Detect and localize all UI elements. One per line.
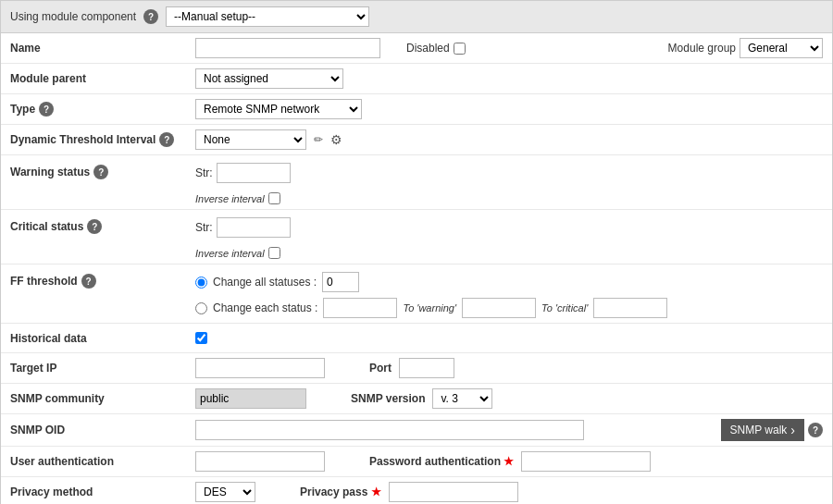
disabled-label: Disabled — [406, 42, 450, 55]
snmp-version-select[interactable]: v. 3 — [432, 388, 492, 409]
type-row: Type ? Remote SNMP network — [1, 94, 832, 125]
module-group-select[interactable]: General — [740, 38, 823, 58]
warning-inverse-label: Inverse interval — [195, 193, 265, 204]
ff-change-each-label: Change each status : — [213, 301, 317, 314]
privacy-method-label: Privacy method — [10, 486, 93, 498]
ff-change-all-label: Change all statuses : — [213, 276, 317, 289]
using-module-select[interactable]: --Manual setup-- — [166, 6, 369, 27]
critical-status-row: Critical status ? Str: Inverse interval — [1, 210, 832, 264]
name-input[interactable] — [195, 38, 380, 58]
user-auth-input[interactable] — [195, 451, 325, 472]
dti-row: Dynamic Threshold Interval ? None ✏ ⚙ — [1, 125, 832, 155]
disabled-checkbox[interactable] — [454, 43, 466, 55]
historical-data-checkbox[interactable] — [195, 332, 207, 344]
privacy-pass-label: Privacy pass ★ — [300, 486, 381, 498]
target-ip-label: Target IP — [10, 362, 56, 375]
privacy-pass-input[interactable] — [389, 482, 518, 502]
warning-str-label: Str: — [195, 166, 213, 179]
target-ip-input[interactable] — [195, 358, 325, 378]
pencil-icon[interactable]: ✏ — [314, 133, 323, 146]
type-label: Type — [10, 103, 35, 116]
ff-to-warning-label: To 'warning' — [403, 302, 456, 313]
critical-status-help-icon[interactable]: ? — [87, 219, 102, 234]
snmp-walk-button[interactable]: SNMP walk — [721, 419, 804, 441]
password-auth-required-star: ★ — [504, 455, 514, 468]
name-row: Name Disabled Module group General — [1, 33, 832, 64]
type-select[interactable]: Remote SNMP network — [195, 99, 362, 119]
snmp-community-label: SNMP community — [10, 392, 105, 405]
snmp-walk-help-icon[interactable]: ? — [808, 423, 823, 437]
module-group-label: Module group — [668, 42, 736, 55]
header-row: Using module component ? --Manual setup-… — [1, 1, 832, 33]
ff-to-warning-input[interactable] — [462, 298, 536, 318]
snmp-oid-label: SNMP OID — [10, 424, 65, 436]
ff-threshold-label: FF threshold — [10, 275, 78, 288]
warning-status-row: Warning status ? Str: Inverse interval — [1, 155, 832, 210]
critical-str-label: Str: — [195, 221, 213, 234]
using-module-label: Using module component — [10, 10, 136, 23]
snmp-version-label: SNMP version — [351, 392, 425, 405]
port-label: Port — [369, 362, 392, 375]
ff-change-each-radio[interactable] — [195, 302, 207, 314]
warning-status-help-icon[interactable]: ? — [93, 165, 108, 179]
snmp-oid-input[interactable] — [195, 420, 584, 440]
dti-help-icon[interactable]: ? — [159, 132, 174, 147]
privacy-method-row: Privacy method DES Privacy pass ★ — [1, 477, 832, 504]
warning-status-label: Warning status — [10, 166, 90, 178]
password-auth-input[interactable] — [521, 451, 651, 472]
dti-label: Dynamic Threshold Interval — [10, 133, 155, 146]
snmp-community-row: SNMP community SNMP version v. 3 — [1, 384, 832, 414]
ff-to-normal-input[interactable] — [323, 298, 397, 318]
critical-status-label: Critical status — [10, 220, 83, 233]
module-parent-row: Module parent Not assigned — [1, 64, 832, 94]
privacy-pass-required-star: ★ — [371, 486, 381, 498]
ff-threshold-help-icon[interactable]: ? — [81, 274, 96, 289]
gear-icon[interactable]: ⚙ — [330, 132, 342, 147]
using-module-help-icon[interactable]: ? — [143, 9, 158, 24]
historical-data-label: Historical data — [10, 332, 87, 345]
password-auth-label: Password authentication ★ — [369, 455, 514, 468]
critical-str-input[interactable] — [217, 217, 291, 238]
name-label: Name — [10, 42, 41, 55]
ff-change-all-input[interactable] — [322, 272, 359, 292]
target-ip-row: Target IP Port — [1, 353, 832, 384]
critical-inverse-label: Inverse interval — [195, 248, 265, 259]
ff-threshold-row: FF threshold ? Change all statuses : Cha… — [1, 264, 832, 324]
critical-inverse-checkbox[interactable] — [268, 247, 280, 259]
ff-to-critical-input[interactable] — [593, 298, 667, 318]
port-input[interactable] — [399, 358, 454, 378]
snmp-community-input[interactable] — [195, 388, 306, 409]
warning-str-input[interactable] — [217, 163, 291, 183]
module-parent-select[interactable]: Not assigned — [195, 68, 343, 89]
warning-inverse-checkbox[interactable] — [268, 192, 280, 204]
module-parent-label: Module parent — [10, 72, 86, 85]
ff-to-critical-label: To 'critical' — [541, 302, 588, 313]
type-help-icon[interactable]: ? — [39, 102, 54, 117]
privacy-method-select[interactable]: DES — [195, 482, 255, 502]
snmp-oid-row: SNMP OID SNMP walk ? — [1, 414, 832, 447]
historical-data-row: Historical data — [1, 324, 832, 353]
user-auth-label: User authentication — [10, 455, 114, 468]
ff-change-all-radio[interactable] — [195, 277, 207, 289]
dti-select[interactable]: None — [195, 129, 306, 150]
user-auth-row: User authentication Password authenticat… — [1, 447, 832, 477]
